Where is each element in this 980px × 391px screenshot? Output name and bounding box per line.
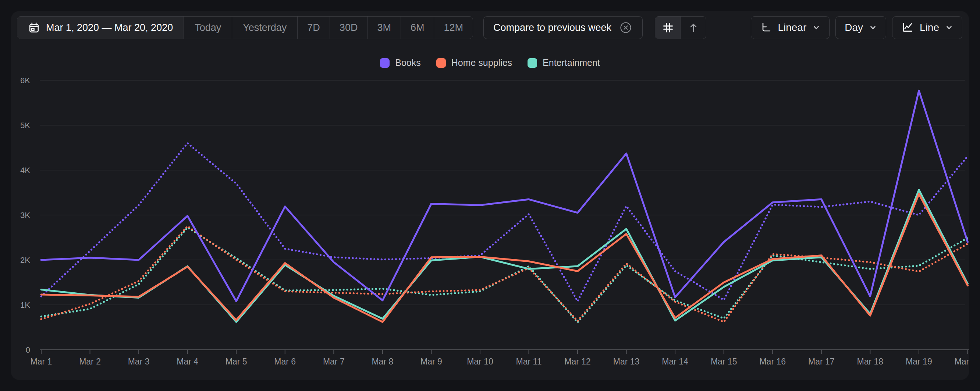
axis-icon (760, 22, 772, 34)
x-axis-label: Mar 8 (372, 357, 393, 366)
x-axis-label: Mar 7 (323, 357, 345, 366)
chart-type-dropdown-label: Line (920, 22, 939, 34)
x-axis-label: Mar 12 (564, 357, 591, 366)
y-axis-label: 4K (20, 166, 30, 175)
y-axis-label: 6K (20, 76, 30, 85)
scale-dropdown-label: Linear (778, 22, 807, 34)
chart-option-group (655, 16, 706, 39)
entertainment-swatch (528, 58, 537, 68)
legend-item-entertainment[interactable]: Entertainment (528, 57, 600, 68)
preset-7d-button[interactable]: 7D (298, 17, 330, 39)
x-axis-label: Mar 10 (467, 357, 493, 366)
legend-item-books[interactable]: Books (380, 57, 420, 68)
legend-item-home-supplies[interactable]: Home supplies (436, 57, 512, 68)
series-line-home-supplies-previous-week (41, 227, 968, 322)
x-axis-label: Mar 19 (906, 357, 932, 366)
granularity-dropdown[interactable]: Day (835, 16, 886, 39)
preset-3m-button[interactable]: 3M (368, 17, 401, 39)
preset-today-button[interactable]: Today (184, 17, 232, 39)
series-line-books (41, 91, 968, 301)
x-axis-label: Mar 11 (516, 357, 542, 366)
scale-dropdown[interactable]: Linear (751, 16, 830, 39)
chevron-down-icon (869, 24, 877, 32)
x-axis-label: Mar 20 (955, 357, 969, 366)
compare-previous-week-chip[interactable]: Compare to previous week (484, 16, 643, 39)
granularity-dropdown-label: Day (845, 22, 863, 34)
preset-6m-button[interactable]: 6M (401, 17, 434, 39)
x-axis-label: Mar 1 (30, 357, 52, 366)
chart-type-dropdown[interactable]: Line (892, 16, 963, 39)
chevron-down-icon (812, 24, 820, 32)
x-axis-label: Mar 17 (808, 357, 835, 366)
legend-label: Home supplies (451, 57, 512, 68)
x-axis-label: Mar 9 (420, 357, 442, 366)
y-axis-label: 1K (20, 300, 30, 310)
home-supplies-swatch (436, 58, 446, 68)
x-axis-label: Mar 6 (274, 357, 296, 366)
series-line-entertainment (41, 190, 968, 322)
toolbar-spacer (706, 16, 745, 39)
calendar-icon (28, 22, 40, 34)
preset-yesterday-button[interactable]: Yesterday (232, 17, 298, 39)
toolbar: Mar 1, 2020 — Mar 20, 2020 Today Yesterd… (17, 16, 963, 39)
y-axis-label: 3K (20, 211, 30, 220)
date-preset-group: Mar 1, 2020 — Mar 20, 2020 Today Yesterd… (17, 16, 473, 39)
analytics-card: 01K2K3K4K5K6KMar 1Mar 2Mar 3Mar 4Mar 5Ma… (11, 11, 969, 380)
x-axis-label: Mar 18 (857, 357, 884, 366)
x-axis-label: Mar 3 (128, 357, 150, 366)
date-range-button[interactable]: Mar 1, 2020 — Mar 20, 2020 (17, 17, 184, 39)
share-button[interactable] (681, 17, 706, 39)
x-axis-label: Mar 2 (79, 357, 101, 366)
preset-30d-button[interactable]: 30D (330, 17, 368, 39)
date-range-label: Mar 1, 2020 — Mar 20, 2020 (46, 22, 173, 34)
x-axis-label: Mar 4 (177, 357, 198, 366)
series-line-entertainment-previous-week (41, 228, 968, 322)
line-chart-icon (901, 21, 914, 34)
preset-12m-button[interactable]: 12M (434, 17, 473, 39)
x-axis-label: Mar 13 (613, 357, 640, 366)
hash-grid-icon (662, 21, 674, 34)
x-axis-label: Mar 5 (226, 357, 247, 366)
compare-label: Compare to previous week (493, 22, 611, 34)
books-swatch (380, 58, 390, 68)
legend-label: Books (395, 57, 420, 68)
close-circle-icon[interactable] (619, 21, 633, 35)
y-axis-label: 2K (20, 255, 30, 265)
arrow-up-icon (687, 22, 699, 34)
chart-legend: Books Home supplies Entertainment (11, 57, 969, 68)
grid-toggle-button[interactable] (655, 17, 681, 39)
x-axis-label: Mar 16 (759, 357, 786, 366)
x-axis-label: Mar 14 (662, 357, 688, 366)
x-axis-label: Mar 15 (711, 357, 737, 366)
y-axis-label: 5K (20, 121, 30, 130)
chevron-down-icon (945, 24, 953, 32)
y-axis-label: 0 (26, 345, 30, 354)
legend-label: Entertainment (542, 57, 600, 68)
